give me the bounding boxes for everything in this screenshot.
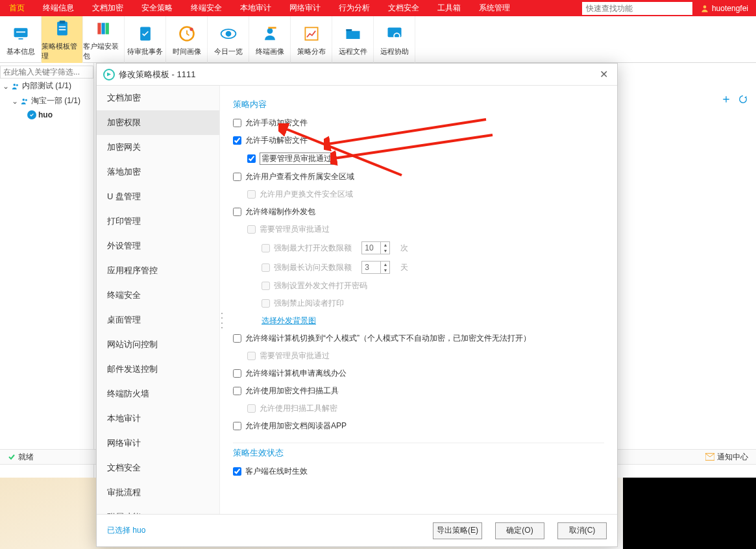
close-icon[interactable]: ✕ xyxy=(597,66,611,83)
tree-node[interactable]: ⌄内部测试 (1/1) xyxy=(0,79,93,93)
ribbon-today-overview[interactable]: 今日一览 xyxy=(208,16,249,63)
group-icon xyxy=(20,97,29,106)
mail-icon xyxy=(705,453,714,461)
chart-icon xyxy=(302,25,321,43)
opt-max-open: 强制最大打开次数限额 10▲▼ 次 xyxy=(262,238,604,258)
ok-button[interactable]: 确定(O) xyxy=(495,522,544,539)
top-tab[interactable]: 网络审计 xyxy=(280,0,330,16)
top-tab[interactable]: 行为分析 xyxy=(330,0,379,16)
user-menu[interactable]: huotengfei xyxy=(692,4,756,13)
opt-manual-encrypt[interactable]: 允许手动加密文件 xyxy=(233,114,604,132)
opt-personal-mode[interactable]: 允许终端计算机切换到“个人模式”（个人模式下不自动加密，已加密文件无法打开） xyxy=(233,330,604,347)
svg-rect-6 xyxy=(58,27,66,28)
side-item[interactable]: 终端安全 xyxy=(97,283,219,308)
panel-actions xyxy=(721,94,748,104)
section-header: 策略生效状态 xyxy=(233,447,604,459)
clipboard-icon xyxy=(53,19,71,38)
ribbon-client-package[interactable]: 客户端安装包 xyxy=(83,16,125,63)
number-input[interactable]: 10▲▼ xyxy=(361,241,390,254)
svg-point-24 xyxy=(23,98,25,101)
side-item[interactable]: 审批流程 xyxy=(97,480,219,505)
opt-force-password: 强制设置外发文件打开密码 xyxy=(262,277,604,295)
notify-center[interactable]: 通知中心 xyxy=(705,452,748,463)
ribbon-basic-info[interactable]: 基本信息 xyxy=(0,16,42,63)
opt-outpack-approval: 需要管理员审批通过 xyxy=(247,221,604,238)
side-item[interactable]: 应用程序管控 xyxy=(97,258,219,283)
modal-footer: 已选择 huo 导出策略(E) 确定(O) 取消(C) xyxy=(97,514,617,546)
document-check-icon xyxy=(136,25,154,43)
opt-manual-decrypt[interactable]: 允许手动解密文件 xyxy=(233,132,604,149)
ribbon-policy-dist[interactable]: 策略分布 xyxy=(291,16,332,63)
opt-personal-approval: 需要管理员审批通过 xyxy=(247,347,604,365)
side-item[interactable]: 网站访问控制 xyxy=(97,332,219,357)
side-item[interactable]: 网络审计 xyxy=(97,431,219,456)
opt-make-outpack[interactable]: 允许终端制作外发包 xyxy=(233,203,604,221)
link-bg-image[interactable]: 选择外发背景图 xyxy=(262,312,604,330)
side-item[interactable]: 本地审计 xyxy=(97,406,219,431)
ribbon-remote-assist[interactable]: 远程协助 xyxy=(374,16,415,63)
opt-reader-app[interactable]: 允许使用加密文档阅读器APP xyxy=(233,417,604,435)
svg-point-25 xyxy=(25,99,27,101)
opt-offline[interactable]: 允许终端计算机申请离线办公 xyxy=(233,365,604,382)
selection-label: 已选择 huo xyxy=(107,525,420,536)
svg-point-15 xyxy=(225,30,231,36)
top-tab[interactable]: 文档安全 xyxy=(379,0,428,16)
chevron-down-icon: ⌄ xyxy=(3,82,9,91)
opt-online-effect[interactable]: 客户端在线时生效 xyxy=(233,463,604,480)
refresh-icon[interactable] xyxy=(738,94,748,104)
eye-icon xyxy=(219,25,238,43)
opt-need-admin-approval[interactable]: 需要管理员审批通过 xyxy=(247,149,604,168)
books-icon xyxy=(95,19,113,38)
side-item[interactable]: 附属功能 xyxy=(97,505,219,514)
side-item[interactable]: 加密权限 xyxy=(97,110,219,135)
export-button[interactable]: 导出策略(E) xyxy=(433,522,482,539)
ribbon-pending-approval[interactable]: 待审批事务 xyxy=(125,16,166,63)
ribbon-terminal-portrait[interactable]: 终端画像 xyxy=(249,16,291,63)
side-item[interactable]: U 盘管理 xyxy=(97,184,219,209)
side-item[interactable]: 外设管理 xyxy=(97,234,219,258)
group-icon xyxy=(11,82,20,91)
number-input[interactable]: 3▲▼ xyxy=(361,261,390,274)
svg-point-23 xyxy=(16,84,18,86)
plus-icon[interactable] xyxy=(721,94,731,104)
opt-scan-decrypt: 允许使用扫描工具解密 xyxy=(247,400,604,417)
top-tab[interactable]: 终端安全 xyxy=(182,0,231,16)
side-item[interactable]: 邮件发送控制 xyxy=(97,357,219,382)
ribbon-remote-file[interactable]: 远程文件 xyxy=(332,16,374,63)
top-tab[interactable]: 文档加密 xyxy=(83,0,132,16)
svg-rect-9 xyxy=(101,23,104,34)
check-badge-icon xyxy=(27,110,36,119)
modal-side-nav: 文档加密加密权限加密网关落地加密U 盘管理打印管理外设管理应用程序管控终端安全桌… xyxy=(97,86,220,514)
chevron-down-icon: ⌄ xyxy=(12,97,18,106)
search-input[interactable] xyxy=(582,2,692,15)
side-item[interactable]: 加密网关 xyxy=(97,135,219,160)
opt-view-zone[interactable]: 允许用户查看文件所属安全区域 xyxy=(233,168,604,186)
top-tab[interactable]: 本地审计 xyxy=(231,0,280,16)
side-item[interactable]: 文档加密 xyxy=(97,86,219,110)
tree-leaf[interactable]: huo xyxy=(0,108,93,121)
opt-scan-tool[interactable]: 允许使用加密文件扫描工具 xyxy=(233,382,604,400)
ribbon-policy-template[interactable]: 策略模板管理 xyxy=(42,16,83,63)
top-tab-home[interactable]: 首页 xyxy=(0,0,34,16)
svg-point-16 xyxy=(267,28,273,34)
main-area: ⌄内部测试 (1/1) ⌄淘宝一部 (1/1) huo 就绪 通知中心 修改策略… xyxy=(0,63,756,549)
ribbon-time-portrait[interactable]: 时间画像 xyxy=(166,16,208,63)
user-card-icon xyxy=(261,25,279,43)
svg-point-22 xyxy=(14,83,16,86)
side-item[interactable]: 打印管理 xyxy=(97,209,219,234)
opt-change-zone: 允许用户更换文件安全区域 xyxy=(247,186,604,203)
side-item[interactable]: 落地加密 xyxy=(97,160,219,184)
top-tab[interactable]: 安全策略 xyxy=(132,0,182,16)
cancel-button[interactable]: 取消(C) xyxy=(557,522,607,539)
svg-rect-5 xyxy=(59,21,65,23)
drag-handle-icon[interactable] xyxy=(220,313,224,328)
top-tab[interactable]: 系统管理 xyxy=(470,0,519,16)
top-tab[interactable]: 终端信息 xyxy=(34,0,83,16)
svg-rect-18 xyxy=(305,27,317,40)
tree-node[interactable]: ⌄淘宝一部 (1/1) xyxy=(0,93,93,108)
side-item[interactable]: 文档安全 xyxy=(97,456,219,480)
side-item[interactable]: 桌面管理 xyxy=(97,308,219,332)
top-tab[interactable]: 工具箱 xyxy=(428,0,470,16)
side-item[interactable]: 终端防火墙 xyxy=(97,382,219,406)
tree-filter-input[interactable] xyxy=(0,66,93,79)
